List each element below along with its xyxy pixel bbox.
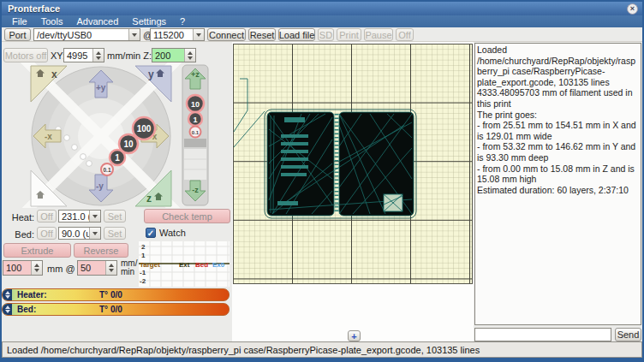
svg-text:-1: -1 — [140, 269, 146, 276]
gcode-viewer-canvas[interactable] — [233, 44, 473, 284]
plus-z-label: +z — [191, 70, 200, 79]
z-track — [184, 149, 206, 180]
watch-label: Watch — [159, 228, 186, 238]
z-track-band — [184, 139, 206, 147]
reverse-button[interactable]: Reverse — [74, 243, 128, 258]
status-bar: Loaded /home/churchyard/RepRap/objekty/r… — [2, 341, 642, 358]
sd-button[interactable]: SD — [318, 28, 334, 41]
svg-text:0.1: 0.1 — [192, 130, 200, 135]
graph-legend: Target Ext Bed Ex0 — [140, 261, 225, 269]
send-button[interactable]: Send — [615, 328, 641, 341]
bed-set-button[interactable]: Set — [104, 227, 126, 240]
extrude-button[interactable]: Extrude — [3, 243, 71, 258]
chevron-down-icon[interactable] — [128, 29, 140, 40]
svg-text:10: 10 — [191, 100, 200, 109]
port-button[interactable]: Port — [4, 28, 31, 41]
heater-temp-combo[interactable]: 231.0 ( — [58, 210, 101, 223]
chevron-down-icon[interactable] — [89, 228, 100, 239]
svg-text:1: 1 — [193, 116, 197, 124]
svg-text:10: 10 — [123, 139, 134, 149]
chevron-down-icon[interactable] — [89, 211, 100, 222]
pronterface-window: Pronterface × File Tools Advanced Settin… — [0, 0, 644, 362]
titlebar[interactable]: Pronterface × — [2, 2, 642, 15]
legend-ex0: Ex0 — [212, 261, 225, 269]
svg-text:0.1: 0.1 — [103, 167, 110, 173]
chevron-down-icon[interactable] — [193, 29, 204, 40]
console-panel: Loaded /home/churchyard/RepRap/objekty/r… — [474, 42, 642, 341]
menu-advanced[interactable]: Advanced — [69, 15, 125, 27]
extrude-speed-spinner[interactable]: 50 — [77, 260, 117, 276]
legend-bed: Bed — [195, 261, 208, 269]
menu-tools[interactable]: Tools — [34, 15, 70, 27]
pause-button[interactable]: Pause — [364, 28, 393, 41]
watch-checkbox[interactable]: ✓ — [146, 228, 156, 238]
menu-help[interactable]: ? — [173, 15, 192, 27]
minus-z-label: -z — [192, 186, 199, 194]
off-button[interactable]: Off — [396, 28, 414, 41]
connect-button[interactable]: Connect — [207, 28, 246, 41]
jog-pad[interactable]: x y z +y -y -x — [2, 62, 216, 208]
load-file-button[interactable]: Load file — [278, 28, 315, 41]
port-device-combo[interactable]: /dev/ttyUSB0 — [33, 28, 140, 41]
heater-gauge-value: T° 0/0 — [99, 290, 122, 300]
temperature-graph: 2 1 -1 -2 Target Ext Bed Ex0 — [139, 241, 230, 287]
spinner-arrows-icon[interactable] — [92, 49, 104, 62]
z-feed-label: mm/min Z: — [107, 50, 152, 61]
bed-gauge-value: T° 0/0 — [99, 305, 122, 314]
mm-at-label: mm @ — [47, 264, 75, 274]
minus-y-label: -y — [96, 181, 104, 191]
command-input[interactable] — [474, 328, 611, 341]
svg-text:1: 1 — [141, 252, 146, 259]
spinner-arrows-icon[interactable] — [105, 261, 116, 275]
heater-off-button[interactable]: Off — [37, 210, 57, 223]
heater-set-button[interactable]: Set — [104, 210, 126, 223]
legend-ext: Ext — [179, 261, 190, 269]
svg-text:-2: -2 — [140, 277, 146, 285]
bed-gauge-label: Bed: — [17, 305, 36, 314]
baud-combo[interactable]: 115200 — [150, 28, 205, 41]
heat-label: Heat: — [9, 212, 34, 223]
gauge-spinner-arrows-icon[interactable] — [3, 304, 12, 315]
expand-viewer-button[interactable]: + — [348, 330, 361, 341]
home-x-label: x — [51, 68, 57, 80]
home-y-label: y — [148, 68, 154, 80]
close-icon[interactable]: × — [627, 3, 638, 15]
menu-file[interactable]: File — [5, 15, 34, 27]
extrude-length-spinner[interactable]: 100 — [3, 260, 43, 276]
z-feedrate-spinner[interactable]: 200 — [152, 48, 196, 62]
bed-temp-combo[interactable]: 90.0 (u — [58, 227, 101, 240]
gauge-spinner-arrows-icon[interactable] — [3, 289, 12, 300]
minus-x-label: -x — [45, 132, 52, 141]
motors-off-button[interactable]: Motors off — [3, 48, 48, 62]
svg-text:2: 2 — [141, 243, 146, 251]
feed-unit-label: mm/min — [121, 259, 137, 276]
status-text: Loaded /home/churchyard/RepRap/objekty/r… — [7, 345, 480, 355]
log-output[interactable]: Loaded /home/churchyard/RepRap/objekty/r… — [474, 43, 641, 325]
check-temp-button[interactable]: Check temp — [144, 209, 230, 223]
toolbar: Port /dev/ttyUSB0 @ 115200 Connect Reset… — [2, 27, 642, 42]
home-z-label: z — [146, 193, 152, 205]
svg-text:100: 100 — [137, 124, 152, 134]
spinner-arrows-icon[interactable] — [184, 49, 195, 62]
xy-feedrate-spinner[interactable]: 4995 — [63, 48, 104, 62]
plus-y-label: +y — [96, 83, 106, 92]
print-button[interactable]: Print — [337, 28, 361, 41]
control-panel: Motors off XY: 4995 mm/min Z: 200 — [2, 42, 231, 341]
gcode-viewer-panel: + — [232, 42, 474, 341]
bed-off-button[interactable]: Off — [37, 227, 57, 240]
heater-gauge-label: Heater: — [17, 290, 46, 300]
svg-text:1: 1 — [115, 153, 120, 163]
heater-gauge[interactable]: Heater: T° 0/0 — [2, 288, 230, 301]
spinner-arrows-icon[interactable] — [31, 261, 42, 275]
z-jog-column[interactable]: +z 10 1 0.1 -z — [182, 65, 208, 205]
menu-settings[interactable]: Settings — [125, 15, 173, 27]
bed-label: Bed: — [9, 229, 34, 240]
menubar: File Tools Advanced Settings ? — [2, 15, 642, 27]
legend-target: Target — [140, 261, 160, 269]
bed-gauge[interactable]: Bed: T° 0/0 — [2, 303, 230, 316]
reset-button[interactable]: Reset — [248, 28, 276, 41]
app-area: Pronterface × File Tools Advanced Settin… — [2, 2, 642, 358]
window-title: Pronterface — [2, 3, 60, 14]
